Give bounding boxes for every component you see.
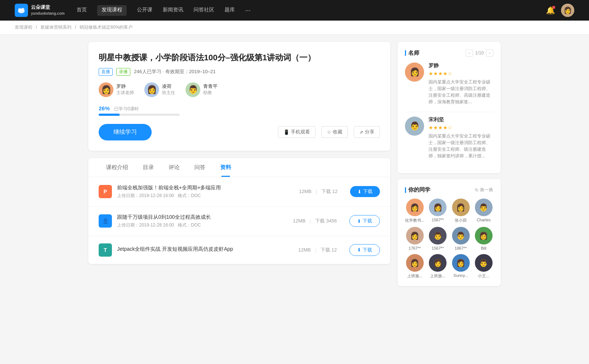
classmate-9-avatar[interactable]: 👩 [406, 254, 424, 272]
breadcrumb-series[interactable]: 新媒体营销系列 [40, 25, 71, 30]
classmate-12-avatar[interactable]: 👨 [475, 254, 493, 272]
classmates-grid: 👩 化学教书... 👩 1567** 👩 张小田 [405, 199, 493, 279]
classmate-11: 👩 Sunny... [451, 254, 470, 279]
resource-icon-2: 👤 [99, 214, 112, 228]
classmate-4-name: Charles [477, 218, 491, 222]
download-button-2[interactable]: ⬇ 下载 [349, 215, 380, 227]
main-container: 明星中教授课，小学阶段语法100分–强化级第1讲动词（一） 直播 录播 246人… [74, 35, 515, 293]
nav-news[interactable]: 新闻资讯 [163, 5, 183, 16]
famous-teacher-2-info: 宋利坚 ★★★★☆ 国内某重点大学安全工程专业硕士，国家一级注册消防工程师、注册… [428, 117, 493, 159]
classmate-1-avatar[interactable]: 👩 [406, 199, 424, 216]
progress-sub: 已学习0课时 [114, 106, 139, 111]
progress-pct: 26% [99, 105, 110, 111]
famous-teachers-header: 名师 ‹ 1/10 › [405, 49, 493, 57]
classmate-11-avatar[interactable]: 👩 [452, 254, 470, 272]
famous-teachers-title: 名师 [405, 50, 419, 57]
classmate-12: 👨 小王... [474, 254, 493, 279]
resource-info-2: 跟随千万级项目从0到100全过程高效成长 上传日期：2019-12-28 16:… [117, 214, 288, 228]
famous-teacher-2-avatar: 👨 [405, 117, 424, 136]
teacher-1-avatar: 👩 [99, 82, 113, 97]
tab-qa[interactable]: 问答 [187, 158, 213, 177]
tag-live: 直播 [99, 68, 113, 76]
teacher-2-role: 班主任 [162, 90, 175, 96]
classmate-1: 👩 化学教书... [405, 199, 424, 223]
famous-teacher-2: 👨 宋利坚 ★★★★☆ 国内某重点大学安全工程专业硕士，国家一级注册消防工程师、… [405, 117, 493, 159]
classmate-5-avatar[interactable]: 👩 [406, 227, 424, 245]
classmate-10: 👩 上班族... [428, 254, 447, 279]
nav-qa[interactable]: 问答社区 [194, 5, 214, 16]
classmate-7-name: 1867** [455, 246, 467, 250]
classmate-10-avatar[interactable]: 👩 [429, 254, 447, 272]
collect-label: 收藏 [333, 129, 342, 135]
classmate-8: 👩 Bill [474, 227, 493, 250]
classmate-2-avatar[interactable]: 👩 [429, 199, 447, 216]
classmate-12-name: 小王... [478, 273, 489, 279]
breadcrumb-discover[interactable]: 发现课程 [15, 25, 32, 30]
famous-teacher-1-avatar: 👩 [405, 63, 424, 82]
star-icon: ☆ [327, 129, 331, 135]
tab-catalog[interactable]: 目录 [135, 158, 161, 177]
resource-stats-3: 12MB | 下载 12 [298, 247, 337, 253]
logo-text: 云朵课堂yunduoketang.com [31, 4, 65, 16]
user-avatar[interactable]: 👩 [561, 4, 574, 17]
course-card: 明星中教授课，小学阶段语法100分–强化级第1讲动词（一） 直播 录播 246人… [88, 42, 390, 151]
pagination-prev[interactable]: ‹ [466, 49, 473, 57]
tab-review[interactable]: 评论 [161, 158, 187, 177]
mobile-watch-label: 手机观看 [291, 129, 310, 135]
resource-meta-2: 上传日期：2019-12-28 16:00 格式：DOC [117, 222, 288, 228]
classmate-3-avatar[interactable]: 👩 [452, 199, 470, 216]
notification-bell[interactable]: 🔔 [546, 6, 555, 15]
classmate-2: 👩 1567** [428, 199, 447, 223]
classmate-6-avatar[interactable]: 👨 [429, 227, 447, 245]
tab-intro[interactable]: 课程介绍 [99, 158, 135, 177]
teacher-divider [405, 112, 493, 112]
famous-teacher-1-info: 罗静 ★★★★☆ 国内某重点大学安全工程专业硕士，国家一级注册消防工程师、注册安… [428, 63, 493, 105]
teacher-3: 👨 青青平 助教 [186, 82, 218, 97]
tab-resources[interactable]: 资料 [213, 158, 239, 177]
course-info: 246人已学习 · 有效期至：2019–10–21 [134, 68, 216, 75]
nav-home[interactable]: 首页 [77, 5, 87, 16]
refresh-label: 换一换 [480, 187, 493, 193]
continue-button[interactable]: 继续学习 [99, 124, 152, 140]
nav-quiz[interactable]: 题库 [225, 5, 235, 16]
nav-links: 首页 发现课程 公开课 新闻资讯 问答社区 题库 ··· [77, 5, 251, 16]
download-button-1[interactable]: ⬇ 下载 [350, 186, 380, 197]
nav-discover[interactable]: 发现课程 [97, 5, 127, 16]
classmate-3: 👩 张小田 [451, 199, 470, 223]
pagination-next[interactable]: › [486, 49, 493, 57]
famous-teacher-2-name: 宋利坚 [428, 117, 493, 123]
classmate-4: 👨 Charles [474, 199, 493, 223]
famous-teachers-card: 名师 ‹ 1/10 › 👩 罗静 ★★★★☆ 国内某重点大学安全工程专业硕士，国… [398, 42, 501, 173]
classmate-6-name: 1567** [432, 246, 444, 250]
tag-record: 录播 [116, 68, 130, 76]
breadcrumb-current[interactable]: 销冠修炼术搞定80%的客户 [80, 25, 133, 30]
classmate-1-name: 化学教书... [405, 218, 424, 223]
classmate-4-avatar[interactable]: 👨 [475, 199, 493, 216]
notification-badge [552, 6, 555, 9]
refresh-button[interactable]: ↻ 换一换 [475, 187, 493, 193]
resource-stats-1: 12MB | 下载 12 [299, 188, 338, 195]
teacher-1-role: 主讲老师 [116, 90, 134, 96]
nav-open-course[interactable]: 公开课 [137, 5, 152, 16]
famous-teacher-2-stars: ★★★★☆ [428, 125, 493, 131]
download-button-3[interactable]: ⬇ 下载 [349, 244, 380, 256]
classmates-header: 你的同学 ↻ 换一换 [405, 186, 493, 193]
classmate-6: 👨 1567** [428, 227, 447, 250]
resource-info-1: 前端全栈加强版！前端全栈+全周期+多端应用 上传日期：2019-12-28 16… [117, 185, 294, 199]
nav-more[interactable]: ··· [245, 5, 251, 16]
content-right: 名师 ‹ 1/10 › 👩 罗静 ★★★★☆ 国内某重点大学安全工程专业硕士，国… [398, 42, 501, 286]
teacher-1: 👩 罗静 主讲老师 [99, 82, 134, 97]
share-button[interactable]: ⇗ 分享 [354, 126, 380, 138]
navbar: 云朵课堂yunduoketang.com 首页 发现课程 公开课 新闻资讯 问答… [0, 0, 589, 21]
teachers-list: 👩 罗静 主讲老师 👩 凌荷 班主任 [99, 82, 380, 97]
mobile-watch-button[interactable]: 📱 手机观看 [278, 126, 315, 138]
classmate-8-avatar[interactable]: 👩 [475, 227, 493, 245]
classmates-card: 你的同学 ↻ 换一换 👩 化学教书... 👩 1567** [398, 179, 501, 286]
pagination-info: 1/10 [475, 50, 484, 56]
progress-bar-fill [99, 114, 120, 116]
logo[interactable]: 云朵课堂yunduoketang.com [15, 4, 65, 17]
svg-point-1 [18, 8, 22, 11]
collect-button[interactable]: ☆ 收藏 [321, 126, 348, 138]
classmate-7-avatar[interactable]: 👨 [452, 227, 470, 245]
famous-teacher-2-desc: 国内某重点大学安全工程专业硕士，国家一级注册消防工程师、注册安全工程师、级注册建… [428, 133, 493, 159]
